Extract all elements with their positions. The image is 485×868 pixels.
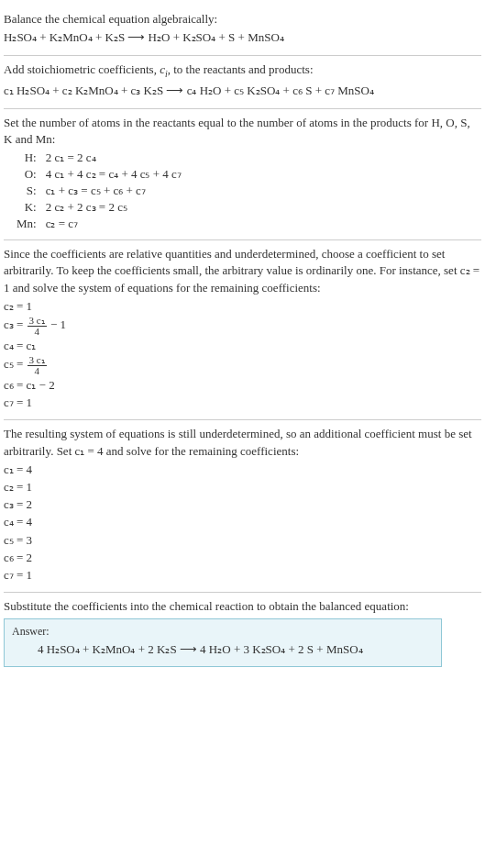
- coefficient-value: c₆ = 2: [4, 550, 481, 566]
- coefficient-value: c₅ = 3: [4, 532, 481, 549]
- fraction-denominator: 4: [28, 327, 47, 337]
- section-atom-balance: Set the number of atoms in the reactants…: [4, 109, 481, 239]
- coefficient-list: c₁ = 4 c₂ = 1 c₃ = 2 c₄ = 4 c₅ = 3 c₆ = …: [4, 462, 481, 584]
- equation-with-coefficients: c₁ H₂SO₄ + c₂ K₂MnO₄ + c₃ K₂S ⟶ c₄ H₂O +…: [4, 83, 481, 99]
- section-solve-second: The resulting system of equations is sti…: [4, 420, 481, 592]
- element-label: K:: [13, 199, 42, 216]
- table-row: O: 4 c₁ + 4 c₂ = c₄ + 4 c₅ + 4 c₇: [13, 166, 185, 183]
- coefficient-value: c₃ = 2: [4, 496, 481, 513]
- coefficient-value: c₂ = 1: [4, 479, 481, 495]
- table-row: H: 2 c₁ = 2 c₄: [13, 150, 185, 166]
- text-line: Substitute the coefficients into the che…: [4, 598, 481, 615]
- text-fragment: c₅ =: [4, 358, 27, 372]
- answer-label: Answer:: [12, 625, 434, 639]
- balance-equation: 2 c₂ + 2 c₃ = 2 c₅: [42, 199, 185, 216]
- coefficient-value: c₇ = 1: [4, 395, 481, 411]
- coefficient-value: c₄ = c₁: [4, 338, 481, 354]
- answer-box: Answer: 4 H₂SO₄ + K₂MnO₄ + 2 K₂S ⟶ 4 H₂O…: [4, 618, 442, 667]
- document-content: Balance the chemical equation algebraica…: [0, 0, 485, 680]
- fraction: 3 c₁4: [28, 316, 47, 337]
- fraction-denominator: 4: [28, 366, 47, 376]
- balanced-equation: 4 H₂SO₄ + K₂MnO₄ + 2 K₂S ⟶ 4 H₂O + 3 K₂S…: [12, 642, 434, 657]
- balance-equation: 4 c₁ + 4 c₂ = c₄ + 4 c₅ + 4 c₇: [42, 166, 185, 183]
- coefficient-value: c₂ = 1: [4, 298, 481, 315]
- text-fragment: , to the reactants and products:: [168, 62, 314, 76]
- coefficient-value: c₄ = 4: [4, 514, 481, 530]
- element-label: Mn:: [13, 216, 42, 232]
- balance-equation: 2 c₁ = 2 c₄: [42, 150, 185, 166]
- equation-unbalanced: H₂SO₄ + K₂MnO₄ + K₂S ⟶ H₂O + K₂SO₄ + S +…: [4, 29, 481, 46]
- balance-equation: c₂ = c₇: [42, 216, 185, 232]
- section-add-coefficients: Add stoichiometric coefficients, ci, to …: [4, 56, 481, 107]
- element-label: S:: [13, 183, 42, 199]
- element-label: O:: [13, 166, 42, 183]
- coefficient-value: c₃ = 3 c₁4 − 1: [4, 316, 481, 337]
- section-solve-first: Since the coefficients are relative quan…: [4, 240, 481, 419]
- text-line: Since the coefficients are relative quan…: [4, 246, 481, 296]
- atom-balance-table: H: 2 c₁ = 2 c₄ O: 4 c₁ + 4 c₂ = c₄ + 4 c…: [13, 150, 185, 232]
- coefficient-value: c₁ = 4: [4, 462, 481, 478]
- section-answer: Substitute the coefficients into the che…: [4, 593, 481, 674]
- text-fragment: − 1: [48, 317, 66, 331]
- element-label: H:: [13, 150, 42, 166]
- table-row: S: c₁ + c₃ = c₅ + c₆ + c₇: [13, 183, 185, 199]
- text-line: Add stoichiometric coefficients, ci, to …: [4, 61, 481, 80]
- fraction: 3 c₁4: [28, 355, 47, 376]
- table-row: K: 2 c₂ + 2 c₃ = 2 c₅: [13, 199, 185, 216]
- table-row: Mn: c₂ = c₇: [13, 216, 185, 232]
- coefficient-list: c₂ = 1 c₃ = 3 c₁4 − 1 c₄ = c₁ c₅ = 3 c₁4…: [4, 298, 481, 412]
- text-fragment: Add stoichiometric coefficients,: [4, 62, 160, 76]
- balance-equation: c₁ + c₃ = c₅ + c₆ + c₇: [42, 183, 185, 199]
- text-line: Balance the chemical equation algebraica…: [4, 11, 481, 28]
- section-balance-intro: Balance the chemical equation algebraica…: [4, 6, 481, 55]
- text-fragment: c₃ =: [4, 317, 27, 331]
- coefficient-value: c₆ = c₁ − 2: [4, 377, 481, 394]
- text-line: The resulting system of equations is sti…: [4, 426, 481, 459]
- text-line: Set the number of atoms in the reactants…: [4, 115, 481, 148]
- coefficient-value: c₇ = 1: [4, 567, 481, 584]
- coefficient-value: c₅ = 3 c₁4: [4, 355, 481, 376]
